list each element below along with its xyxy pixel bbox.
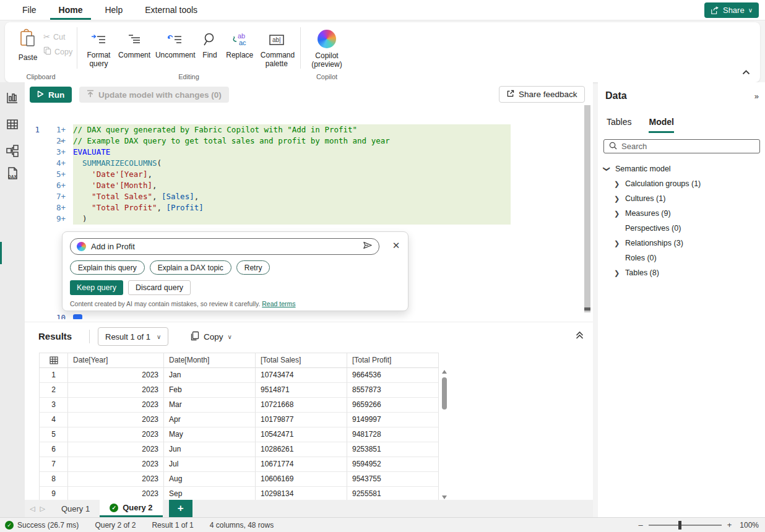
column-header[interactable]: Date[Month] bbox=[164, 353, 256, 368]
chevron-down-icon[interactable]: ❯ bbox=[600, 166, 615, 171]
code-line[interactable]: 6+ 'Date'[Month], bbox=[25, 180, 593, 191]
send-icon[interactable] bbox=[363, 241, 373, 252]
tree-item-relationships-3[interactable]: ❯Relationships (3) bbox=[598, 236, 765, 251]
code-line[interactable]: 2+// Example DAX query to get total sale… bbox=[25, 135, 593, 147]
cell: May bbox=[164, 427, 256, 442]
chevron-right-icon[interactable]: ❯ bbox=[614, 206, 620, 221]
data-panel-tabs: Tables Model bbox=[607, 117, 674, 133]
explain-query-pill[interactable]: Explain this query bbox=[70, 260, 145, 275]
copilot-prompt-input[interactable]: Add in Profit bbox=[70, 238, 379, 255]
retry-pill[interactable]: Retry bbox=[236, 260, 270, 275]
collapse-panel-icon[interactable]: » bbox=[754, 92, 759, 101]
table-row[interactable]: 72023Jul106717749594952 bbox=[39, 457, 439, 472]
next-tab-icon[interactable]: ▷ bbox=[40, 505, 45, 513]
close-icon[interactable]: ✕ bbox=[391, 240, 402, 251]
zoom-in-button[interactable]: + bbox=[727, 520, 732, 530]
copy-results-button[interactable]: Copy ∨ bbox=[184, 327, 238, 346]
code-text: // DAX query generated by Fabric Copilot… bbox=[73, 124, 511, 135]
zoom-out-button[interactable]: – bbox=[638, 520, 642, 530]
cell: 8557873 bbox=[347, 383, 439, 398]
discard-query-button[interactable]: Discard query bbox=[128, 280, 191, 295]
tree-item-calculation-groups-1[interactable]: ❯Calculation groups (1) bbox=[598, 176, 765, 191]
table-row[interactable]: 82023Aug106061699543755 bbox=[39, 472, 439, 487]
zoom-slider[interactable] bbox=[649, 525, 722, 526]
table-row[interactable]: 12023Jan107434749664536 bbox=[39, 368, 439, 383]
zoom-slider-handle[interactable] bbox=[678, 521, 681, 530]
result-selector-dropdown[interactable]: Result 1 of 1 ∨ bbox=[98, 327, 168, 346]
table-row[interactable]: 42023Apr101798779149997 bbox=[39, 413, 439, 427]
ribbon-group-copilot: Copilot (preview) Copilot bbox=[301, 22, 353, 82]
table-scroll-thumb[interactable] bbox=[442, 377, 447, 410]
share-feedback-button[interactable]: Share feedback bbox=[499, 86, 585, 103]
run-button[interactable]: Run bbox=[30, 87, 72, 103]
search-box[interactable] bbox=[603, 139, 760, 153]
report-view-icon[interactable] bbox=[6, 91, 19, 105]
cell: 9514871 bbox=[256, 383, 347, 398]
copilot-icon[interactable] bbox=[318, 30, 336, 48]
table-view-icon[interactable] bbox=[6, 118, 19, 131]
table-row[interactable]: 32023Mar107216689659266 bbox=[39, 398, 439, 413]
tree-item-cultures-1[interactable]: ❯Cultures (1) bbox=[598, 191, 765, 206]
code-line[interactable]: 3+EVALUATE bbox=[25, 147, 593, 158]
svg-text:ab|: ab| bbox=[272, 36, 281, 43]
model-view-icon[interactable] bbox=[6, 144, 19, 158]
explain-dax-topic-pill[interactable]: Explain a DAX topic bbox=[150, 260, 231, 275]
table-row[interactable]: 92023Sep102981349255581 bbox=[39, 487, 439, 500]
chevron-right-icon[interactable]: ❯ bbox=[614, 236, 620, 251]
grid-icon bbox=[39, 353, 68, 368]
menu-home[interactable]: Home bbox=[50, 0, 92, 20]
cell: 10542471 bbox=[256, 427, 347, 442]
cell: 9543755 bbox=[347, 472, 439, 487]
add-query-button[interactable]: + bbox=[169, 500, 192, 517]
code-line[interactable]: 4+ SUMMARIZECOLUMNS( bbox=[25, 158, 593, 169]
menu-external-tools[interactable]: External tools bbox=[136, 0, 206, 20]
collapse-results-icon[interactable] bbox=[573, 330, 586, 342]
line-number: 1+ bbox=[46, 124, 66, 135]
column-header[interactable]: Date[Year] bbox=[68, 353, 164, 368]
share-button[interactable]: Share ∨ bbox=[704, 2, 759, 18]
tab-query-2[interactable]: ✓ Query 2 bbox=[100, 500, 162, 517]
table-row[interactable]: 22023Feb95148718557873 bbox=[39, 383, 439, 398]
tree-item-perspectives-0[interactable]: Perspectives (0) bbox=[598, 221, 765, 236]
table-scrollbar[interactable] bbox=[441, 369, 449, 499]
svg-text:DAX: DAX bbox=[8, 174, 17, 179]
code-line[interactable]: 5+ 'Date'[Year], bbox=[25, 169, 593, 180]
dax-query-view-icon[interactable]: DAX bbox=[6, 166, 19, 180]
chevron-right-icon[interactable]: ❯ bbox=[614, 191, 620, 206]
code-line[interactable]: 1+// DAX query generated by Fabric Copil… bbox=[25, 124, 593, 135]
column-header[interactable]: [Total Sales] bbox=[256, 353, 347, 368]
tab-model[interactable]: Model bbox=[649, 117, 673, 133]
tree-item-semantic-model[interactable]: ❯Semantic model bbox=[598, 161, 765, 176]
ribbon-collapse-icon[interactable] bbox=[742, 66, 750, 77]
tree-item-tables-8[interactable]: ❯Tables (8) bbox=[598, 265, 765, 280]
code-line-deleted[interactable]: 1 − bbox=[25, 113, 593, 124]
read-terms-link[interactable]: Read terms bbox=[262, 300, 295, 307]
prev-tab-icon[interactable]: ◁ bbox=[30, 505, 35, 513]
search-input[interactable] bbox=[621, 142, 754, 151]
chevron-right-icon[interactable]: ❯ bbox=[614, 176, 620, 191]
update-model-button[interactable]: Update model with changes (0) bbox=[79, 87, 229, 103]
code-line[interactable]: 9+ ) bbox=[25, 213, 593, 225]
editor-scrollbar[interactable] bbox=[584, 105, 590, 312]
paste-icon bbox=[19, 28, 37, 51]
keep-query-button[interactable]: Keep query bbox=[70, 280, 123, 295]
menu-file[interactable]: File bbox=[14, 0, 45, 20]
table-row[interactable]: 62023Jun102862619253851 bbox=[39, 442, 439, 457]
scroll-up-icon[interactable] bbox=[442, 370, 447, 374]
tab-query-1[interactable]: Query 1 bbox=[51, 500, 100, 517]
results-header: Results Result 1 of 1 ∨ Copy ∨ bbox=[25, 322, 593, 351]
scroll-down-icon[interactable] bbox=[442, 496, 447, 499]
tree-item-roles-0[interactable]: Roles (0) bbox=[598, 251, 765, 265]
copilot-dialog: Add in Profit ✕ Explain this query Expla… bbox=[62, 231, 408, 311]
tree-item-measures-9[interactable]: ❯Measures (9) bbox=[598, 206, 765, 221]
column-header[interactable]: [Total Profit] bbox=[347, 353, 439, 368]
code-line[interactable]: 7+ "Total Sales", [Sales], bbox=[25, 191, 593, 202]
chevron-right-icon[interactable]: ❯ bbox=[614, 265, 620, 280]
table-row[interactable]: 52023May105424719481728 bbox=[39, 427, 439, 442]
cut-button[interactable]: ✂ Cut bbox=[43, 32, 72, 41]
code-text: ) bbox=[73, 213, 511, 225]
copy-button[interactable]: Copy bbox=[43, 46, 72, 57]
code-line[interactable]: 8+ "Total Profit", [Profit] bbox=[25, 202, 593, 213]
menu-help[interactable]: Help bbox=[96, 0, 131, 20]
tab-tables[interactable]: Tables bbox=[607, 117, 631, 133]
